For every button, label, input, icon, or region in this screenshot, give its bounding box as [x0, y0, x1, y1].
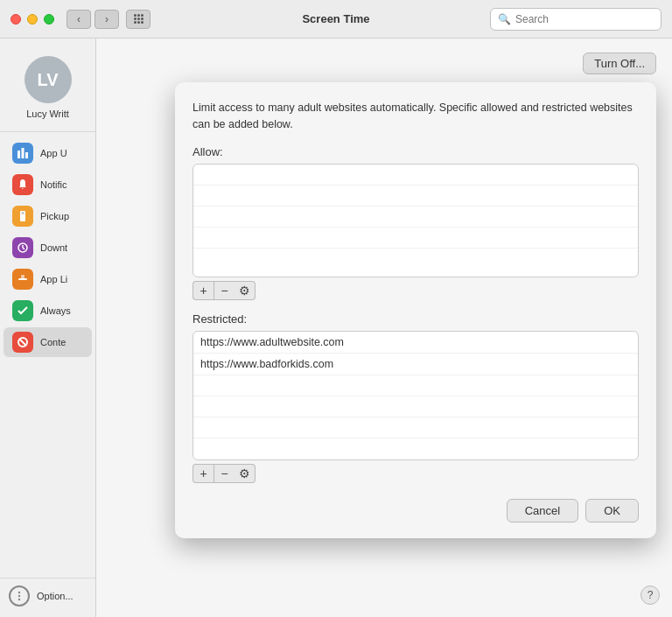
downtime-icon — [12, 237, 33, 258]
sidebar-item-app-limits[interactable]: App Li — [4, 264, 92, 294]
username: Lucy Writt — [9, 109, 88, 119]
dialog-footer: Cancel OK — [192, 499, 639, 522]
svg-point-12 — [18, 592, 20, 593]
restricted-empty-row — [193, 396, 638, 417]
main-layout: LV Lucy Writt App U Notific Pickup — [0, 39, 672, 617]
traffic-lights — [10, 14, 54, 25]
content-icon — [12, 332, 33, 353]
notifications-icon — [12, 174, 33, 195]
svg-rect-1 — [22, 148, 24, 158]
restricted-section: Restricted: https://www.adultwebsite.com… — [192, 312, 639, 495]
restricted-remove-button[interactable]: − — [214, 464, 234, 483]
back-button[interactable]: ‹ — [66, 10, 91, 29]
restricted-controls: + − ⚙ — [192, 464, 639, 483]
restricted-url-2[interactable]: https://www.badforkids.com — [193, 354, 638, 375]
sidebar-nav: App U Notific Pickup Downt — [0, 132, 95, 578]
forward-button[interactable]: › — [94, 10, 119, 29]
dialog-description: Limit access to many adult websites auto… — [192, 100, 639, 133]
gear-icon: ⚙ — [239, 284, 250, 298]
svg-rect-8 — [18, 278, 27, 280]
svg-rect-0 — [18, 151, 20, 158]
allow-remove-button[interactable]: − — [214, 281, 234, 300]
allow-empty-row — [193, 165, 638, 186]
restricted-gear-button[interactable]: ⚙ — [234, 464, 256, 483]
app-usage-icon — [12, 143, 33, 164]
pickups-icon — [12, 206, 33, 227]
svg-point-14 — [18, 599, 20, 600]
titlebar: ‹ › Screen Time 🔍 — [0, 0, 672, 39]
restricted-empty-row — [193, 417, 638, 438]
svg-point-13 — [18, 595, 20, 597]
sidebar-label-app-limits: App Li — [40, 274, 67, 284]
sidebar-item-pickups[interactable]: Pickup — [4, 201, 92, 231]
options-item[interactable]: Option... — [0, 578, 95, 617]
help-button[interactable]: ? — [640, 585, 660, 605]
content-area: Turn Off... Limit access to many adult w… — [96, 39, 672, 617]
allow-controls: + − ⚙ — [192, 281, 639, 300]
allow-gear-button[interactable]: ⚙ — [234, 281, 256, 300]
sidebar-label-content: Conte — [40, 337, 66, 347]
sidebar-label-notifications: Notific — [40, 179, 67, 190]
allow-empty-row — [193, 249, 638, 270]
svg-rect-9 — [21, 275, 24, 278]
allow-empty-row — [193, 207, 638, 228]
svg-rect-2 — [25, 152, 28, 158]
options-label: Option... — [37, 591, 74, 601]
sidebar: LV Lucy Writt App U Notific Pickup — [0, 39, 96, 617]
allow-empty-row — [193, 228, 638, 249]
grid-button[interactable] — [126, 10, 150, 29]
nav-buttons: ‹ › — [66, 10, 119, 29]
always-on-icon — [12, 300, 33, 321]
restricted-empty-row — [193, 375, 638, 396]
restricted-label: Restricted: — [192, 312, 639, 326]
avatar: LV — [24, 56, 72, 103]
window-title: Screen Time — [302, 12, 369, 25]
allow-label: Allow: — [192, 145, 639, 158]
restricted-add-button[interactable]: + — [192, 464, 214, 483]
minimize-button[interactable] — [27, 14, 38, 25]
allow-list[interactable] — [192, 164, 639, 277]
turn-off-button[interactable]: Turn Off... — [583, 53, 656, 74]
sidebar-item-always-on[interactable]: Always — [4, 296, 92, 326]
search-box[interactable]: 🔍 — [490, 8, 662, 31]
restricted-empty-row — [193, 438, 638, 459]
sidebar-label-downtime: Downt — [40, 242, 67, 253]
search-icon: 🔍 — [498, 13, 511, 25]
gear-icon: ⚙ — [239, 466, 250, 480]
sidebar-label-always-on: Always — [40, 305, 71, 316]
allow-empty-row — [193, 186, 638, 207]
sidebar-item-notifications[interactable]: Notific — [4, 170, 92, 200]
svg-rect-4 — [22, 213, 24, 214]
options-icon — [9, 585, 30, 606]
ok-button[interactable]: OK — [585, 499, 639, 522]
restricted-list[interactable]: https://www.adultwebsite.com https://www… — [192, 331, 639, 460]
restricted-url-1[interactable]: https://www.adultwebsite.com — [193, 332, 638, 354]
sidebar-label-app-usage: App U — [40, 148, 67, 158]
content-dialog: Limit access to many adult websites auto… — [175, 82, 656, 538]
grid-icon — [134, 14, 144, 24]
svg-line-7 — [23, 248, 24, 249]
sidebar-item-downtime[interactable]: Downt — [4, 233, 92, 263]
sidebar-item-app-usage[interactable]: App U — [4, 138, 92, 168]
allow-add-button[interactable]: + — [192, 281, 214, 300]
close-button[interactable] — [10, 14, 21, 25]
sidebar-label-pickups: Pickup — [40, 211, 69, 221]
search-input[interactable] — [515, 13, 654, 25]
allow-section: Allow: + − ⚙ — [192, 145, 639, 312]
svg-line-11 — [20, 340, 26, 346]
user-section: LV Lucy Writt — [0, 47, 95, 132]
sidebar-item-content[interactable]: Conte — [4, 327, 92, 357]
maximize-button[interactable] — [44, 14, 54, 25]
cancel-button[interactable]: Cancel — [507, 499, 578, 522]
app-limits-icon — [12, 269, 33, 290]
